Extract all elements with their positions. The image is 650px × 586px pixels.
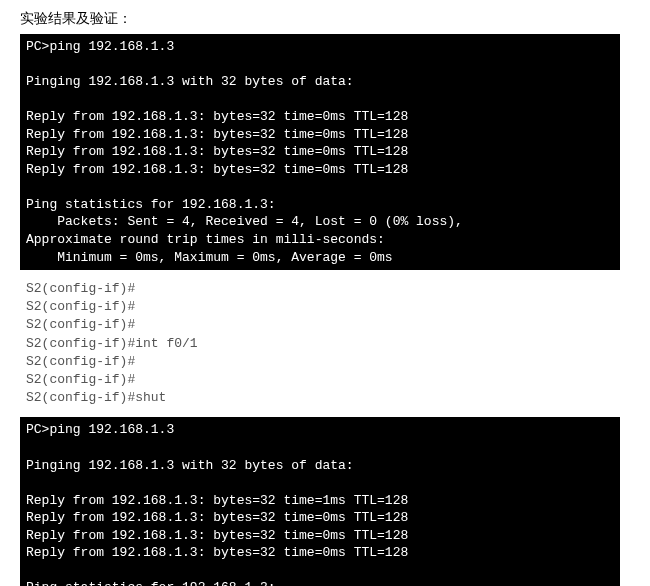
section-heading: 实验结果及验证： [20, 10, 630, 28]
terminal-output-2: PC>ping 192.168.1.3 Pinging 192.168.1.3 … [20, 417, 620, 586]
terminal-output-1: PC>ping 192.168.1.3 Pinging 192.168.1.3 … [20, 34, 620, 270]
switch-config-output: S2(config-if)# S2(config-if)# S2(config-… [20, 278, 630, 409]
